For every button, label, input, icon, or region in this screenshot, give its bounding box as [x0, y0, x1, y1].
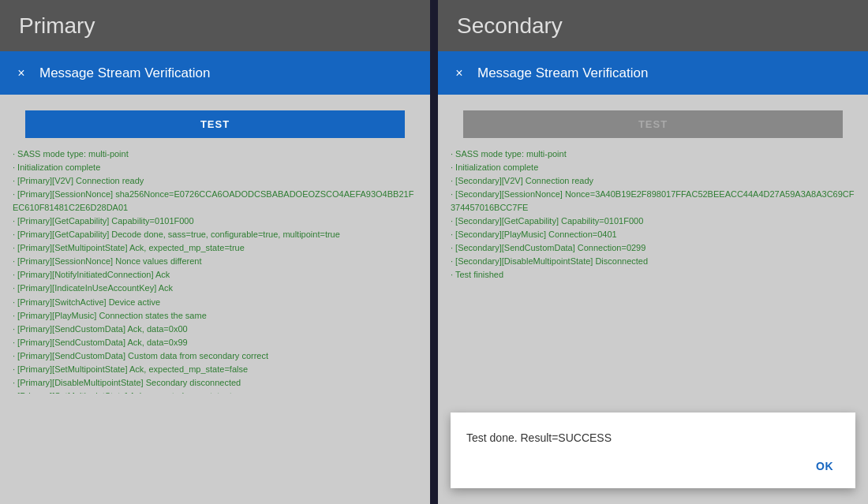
- right-dialog-close-icon[interactable]: ×: [451, 65, 468, 82]
- right-panel-title: Secondary: [457, 13, 563, 39]
- right-dialog: × Message Stream Verification TEST · SAS…: [438, 51, 868, 504]
- right-dialog-titlebar: × Message Stream Verification: [438, 51, 868, 95]
- left-panel: Primary × Message Stream Verification TE…: [0, 0, 430, 504]
- right-panel: Secondary × Message Stream Verification …: [438, 0, 868, 504]
- left-dialog-title: Message Stream Verification: [39, 65, 210, 81]
- left-panel-body: × Message Stream Verification TEST · SAS…: [0, 51, 430, 504]
- left-test-button[interactable]: TEST: [25, 110, 405, 138]
- left-dialog-content: TEST · SASS mode type: multi-point · Ini…: [0, 95, 430, 394]
- right-panel-body: × Message Stream Verification TEST · SAS…: [438, 51, 868, 504]
- left-dialog-close-icon[interactable]: ×: [13, 65, 30, 82]
- success-card: Test done. Result=SUCCESS OK: [451, 413, 855, 488]
- right-log: · SASS mode type: multi-point · Initiali…: [451, 147, 855, 282]
- left-dialog: × Message Stream Verification TEST · SAS…: [0, 51, 430, 394]
- left-panel-title: Primary: [19, 13, 95, 39]
- left-panel-header: Primary: [0, 0, 430, 51]
- right-dialog-content: TEST · SASS mode type: multi-point · Ini…: [438, 95, 868, 504]
- left-log: · SASS mode type: multi-point · Initiali…: [13, 147, 417, 394]
- success-message: Test done. Result=SUCCESS: [466, 431, 840, 444]
- ok-button[interactable]: OK: [810, 457, 840, 476]
- right-test-button: TEST: [463, 110, 843, 138]
- panel-divider: [430, 0, 438, 504]
- right-dialog-title: Message Stream Verification: [477, 65, 648, 81]
- left-dialog-titlebar: × Message Stream Verification: [0, 51, 430, 95]
- right-panel-header: Secondary: [438, 0, 868, 51]
